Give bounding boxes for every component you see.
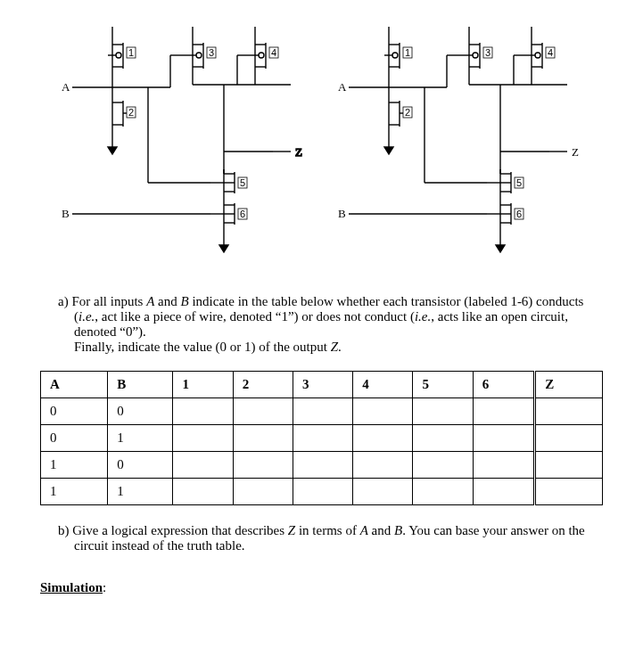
- svg-text:2: 2: [405, 107, 410, 118]
- transistor-5-label: 5: [240, 177, 245, 188]
- svg-point-74: [473, 53, 478, 58]
- qb-B: B: [394, 523, 402, 537]
- svg-marker-34: [108, 147, 117, 154]
- input-b-label: B: [62, 207, 70, 220]
- circuit-left: Z A B 1 2 3 4 5 6: [59, 18, 309, 267]
- svg-point-80: [535, 53, 540, 58]
- qa-A: A: [146, 294, 154, 308]
- svg-text:6: 6: [516, 209, 522, 219]
- circuit-right: A B Z 1 2 3 4 5 6: [335, 18, 585, 267]
- th-A: A: [41, 372, 108, 398]
- th-2: 2: [233, 372, 293, 398]
- question-a: a) For all inputs A and B indicate in th…: [40, 294, 603, 355]
- question-b: b) Give a logical expression that descri…: [40, 523, 603, 553]
- transistor-6-label: 6: [240, 209, 245, 219]
- svg-text:3: 3: [485, 47, 490, 58]
- simulation-heading: Simulation:: [40, 580, 603, 595]
- th-1: 1: [173, 372, 233, 398]
- input-a-label-r: A: [338, 80, 347, 94]
- qa-B: B: [181, 294, 189, 308]
- transistor-3-label: 3: [209, 47, 214, 58]
- table-header-row: A B 1 2 3 4 5 6 Z: [41, 372, 603, 398]
- svg-marker-115: [496, 245, 505, 252]
- svg-point-7: [116, 53, 121, 58]
- transistor-2-label: 2: [128, 107, 134, 118]
- svg-point-68: [392, 53, 398, 58]
- th-5: 5: [413, 372, 473, 398]
- th-Z: Z: [535, 372, 603, 398]
- table-row: 00: [41, 398, 603, 425]
- question-b-letter: b): [58, 523, 70, 537]
- table-row: 10: [41, 452, 603, 479]
- svg-point-19: [259, 53, 264, 58]
- svg-text:4: 4: [548, 47, 553, 58]
- table-row: 01: [41, 425, 603, 452]
- th-3: 3: [293, 372, 352, 398]
- svg-point-13: [196, 53, 202, 58]
- th-B: B: [108, 372, 173, 398]
- input-b-label-r: B: [338, 207, 346, 220]
- truth-table: A B 1 2 3 4 5 6 Z 00 01 10 11: [40, 371, 603, 505]
- svg-text:5: 5: [516, 177, 522, 188]
- circuit-diagrams: Z A B 1 2 3 4 5 6: [40, 18, 603, 267]
- qb-A: A: [360, 523, 368, 537]
- svg-marker-54: [219, 245, 228, 252]
- question-a-letter: a): [58, 294, 69, 308]
- th-4: 4: [353, 372, 413, 398]
- th-6: 6: [473, 372, 535, 398]
- qb-Z: Z: [288, 523, 295, 537]
- transistor-4-label: 4: [271, 47, 276, 58]
- table-row: 11: [41, 479, 603, 505]
- input-a-label: A: [62, 80, 70, 94]
- qa-text-1: For all inputs: [71, 294, 146, 308]
- output-z-label: Z: [295, 145, 302, 159]
- qa-Z: Z: [331, 340, 338, 354]
- svg-marker-95: [384, 147, 393, 154]
- svg-text:1: 1: [405, 47, 410, 58]
- output-z-label-r: Z: [572, 145, 579, 159]
- transistor-1-label: 1: [128, 47, 134, 58]
